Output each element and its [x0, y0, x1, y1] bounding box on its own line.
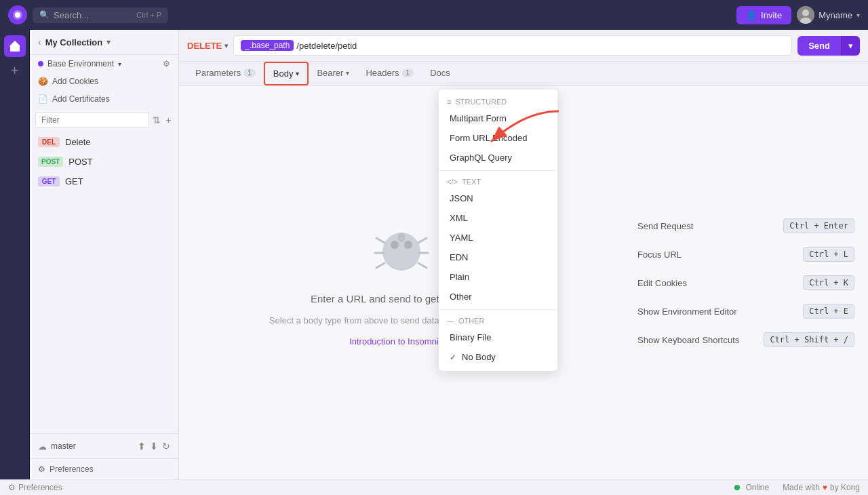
- dropdown-graphql-query[interactable]: GraphQL Query: [439, 148, 557, 167]
- send-button-group: Send ▾: [797, 36, 860, 56]
- intro-link[interactable]: Introduction to Insomnia ↗: [349, 336, 454, 346]
- body-dropdown: ≡ STRUCTURED Multipart Form Form URL Enc…: [439, 90, 557, 371]
- preferences-bottom-label[interactable]: Preferences: [18, 483, 62, 492]
- dropdown-plain[interactable]: Plain: [439, 267, 557, 287]
- filter-add-button[interactable]: +: [164, 112, 174, 128]
- tab-body-label: Body: [273, 68, 294, 79]
- environment-row[interactable]: Base Environment ▾ ⚙: [30, 55, 178, 73]
- method-badge-post: POST: [38, 157, 63, 167]
- tab-headers[interactable]: Headers 1: [357, 62, 422, 85]
- search-icon: 🔍: [39, 10, 50, 20]
- branch-actions: ⬆ ⬇ ↻: [138, 441, 170, 452]
- dropdown-json[interactable]: JSON: [439, 189, 557, 208]
- invite-button[interactable]: 👤 Invite: [736, 6, 791, 24]
- request-item-post[interactable]: POST POST: [30, 152, 178, 172]
- shortcut-cookies-label: Edit Cookies: [637, 278, 687, 288]
- dropdown-form-url-encoded[interactable]: Form URL Encoded: [439, 128, 557, 148]
- method-badge-get: GET: [38, 176, 60, 186]
- preferences-label: Preferences: [50, 464, 94, 474]
- dropdown-binary-file[interactable]: Binary File: [439, 328, 557, 347]
- send-button[interactable]: Send: [797, 36, 841, 56]
- request-item-delete[interactable]: DEL Delete: [30, 132, 178, 152]
- dropdown-multipart-form[interactable]: Multipart Form: [439, 108, 557, 128]
- collection-arrow[interactable]: ▾: [106, 37, 111, 47]
- dropdown-edn[interactable]: EDN: [439, 248, 557, 267]
- shortcut-send-label: Send Request: [637, 221, 693, 231]
- request-list: DEL Delete POST POST GET GET: [30, 132, 178, 433]
- cert-icon: 📄: [38, 94, 48, 104]
- preferences-bottom-icon: ⚙: [8, 483, 16, 492]
- user-name: Myname: [818, 10, 852, 20]
- add-cookies-item[interactable]: 🍪 Add Cookies: [30, 73, 178, 90]
- branch-action-2[interactable]: ⬇: [150, 441, 158, 452]
- svg-rect-5: [10, 45, 20, 52]
- method-selector[interactable]: DELETE ▾: [187, 41, 228, 51]
- url-path: /petdelete/petid: [296, 41, 357, 51]
- svg-point-3: [802, 9, 809, 16]
- env-settings-icon[interactable]: ⚙: [163, 59, 170, 68]
- preferences-icon: ⚙: [38, 464, 45, 474]
- branch-action-3[interactable]: ↻: [162, 441, 170, 452]
- filter-input[interactable]: [35, 112, 149, 128]
- cloud-icon: ☁: [38, 441, 47, 452]
- shortcut-focus-key: Ctrl + L: [803, 247, 854, 262]
- method-arrow: ▾: [224, 42, 228, 50]
- tab-bearer[interactable]: Bearer ▾: [309, 62, 357, 85]
- shortcut-focus-url: Focus URL Ctrl + L: [637, 247, 854, 262]
- svg-marker-6: [9, 41, 20, 46]
- online-label: Online: [745, 483, 769, 492]
- shortcut-env-editor: Show Environment Editor Ctrl + E: [637, 304, 854, 319]
- svg-point-1: [15, 12, 20, 18]
- main-content: DELETE ▾ _.base_path /petdelete/petid Se…: [179, 30, 868, 479]
- search-bar[interactable]: 🔍 Search... Ctrl + P: [33, 7, 168, 23]
- svg-rect-10: [398, 233, 405, 242]
- heart-icon: ♥: [823, 483, 827, 492]
- send-dropdown-button[interactable]: ▾: [841, 36, 860, 56]
- home-button[interactable]: [4, 35, 26, 57]
- add-button[interactable]: +: [4, 60, 26, 81]
- env-dot: [38, 61, 43, 66]
- filter-row: ⇅ +: [30, 108, 178, 132]
- bottom-bar: ⚙ Preferences Online Made with ♥ by Kong: [0, 479, 868, 495]
- tab-body[interactable]: Body ▾: [264, 62, 309, 85]
- icon-sidebar: +: [0, 30, 30, 479]
- filter-sort-button[interactable]: ⇅: [152, 112, 161, 128]
- tab-docs[interactable]: Docs: [422, 62, 458, 85]
- search-text: Search...: [54, 10, 89, 20]
- svg-line-11: [376, 238, 384, 243]
- back-button[interactable]: ‹: [38, 37, 41, 47]
- svg-line-16: [418, 263, 427, 268]
- user-dropdown-icon: ▾: [856, 12, 860, 19]
- left-panel: ‹ My Collection ▾ Base Environment ▾ ⚙ 🍪…: [30, 30, 179, 479]
- branch-action-1[interactable]: ⬆: [138, 441, 146, 452]
- collection-header: ‹ My Collection ▾: [30, 30, 178, 55]
- dropdown-xml[interactable]: XML: [439, 208, 557, 228]
- tab-parameters[interactable]: Parameters 1: [187, 62, 264, 85]
- dropdown-no-body[interactable]: ✓ No Body: [439, 347, 557, 367]
- intro-link-label: Introduction to Insomnia: [349, 336, 443, 346]
- bottom-right: Online Made with ♥ by Kong: [734, 483, 860, 492]
- dropdown-other[interactable]: Other: [439, 287, 557, 306]
- shortcut-send-key: Ctrl + Enter: [783, 218, 854, 233]
- bottom-branch: ☁ master ⬆ ⬇ ↻: [30, 433, 178, 458]
- request-item-get[interactable]: GET GET: [30, 172, 178, 191]
- shortcut-env-label: Show Environment Editor: [637, 306, 737, 317]
- user-menu[interactable]: Myname ▾: [797, 6, 860, 24]
- branch-label: master: [51, 441, 76, 451]
- avatar: [797, 6, 814, 24]
- tab-docs-label: Docs: [430, 68, 450, 78]
- shortcut-focus-label: Focus URL: [637, 250, 682, 260]
- tab-headers-badge: 1: [402, 68, 414, 77]
- tab-bearer-label: Bearer: [317, 68, 343, 78]
- tab-bearer-arrow: ▾: [346, 69, 349, 77]
- shortcut-edit-cookies: Edit Cookies Ctrl + K: [637, 275, 854, 290]
- add-certificates-item[interactable]: 📄 Add Certificates: [30, 90, 178, 108]
- by-kong: by Kong: [830, 483, 860, 492]
- method-badge-del: DEL: [38, 137, 60, 147]
- dropdown-yaml[interactable]: YAML: [439, 228, 557, 248]
- request-name-get: GET: [65, 176, 83, 186]
- url-bar[interactable]: _.base_path /petdelete/petid: [233, 35, 792, 56]
- structured-icon: ≡: [447, 98, 451, 106]
- tab-parameters-badge: 1: [243, 68, 256, 77]
- preferences-row[interactable]: ⚙ Preferences: [30, 458, 178, 479]
